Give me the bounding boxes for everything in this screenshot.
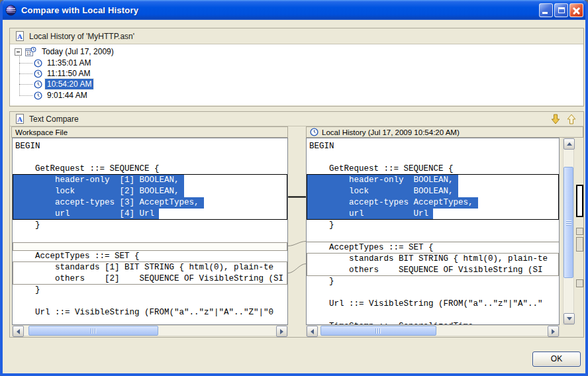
text-compare-panel: A Text Compare Workspace File Local Hist… [9,111,584,338]
compare-dialog-window: Compare with Local History A Local Histo… [0,0,588,376]
local-history-header: A Local History of 'MyHTTP.asn' [10,28,583,44]
svg-text:A: A [17,32,23,40]
code-line: standards BIT STRING { html(0), plain-te [309,254,559,265]
tree-root-item[interactable]: 12 Today (Jul 17, 2009) [15,46,116,57]
minimize-button[interactable] [539,3,553,17]
clock-icon [34,91,42,100]
revision-label: 11:35:01 AM [45,58,93,68]
code-line [15,296,287,307]
vscroll-thumb[interactable] [564,167,573,278]
workspace-file-pane[interactable]: BEGIN GetRequest ::= SEQUENCE { header-o… [12,138,288,325]
local-history-panel: A Local History of 'MyHTTP.asn' 12 [9,28,584,107]
previous-difference-button[interactable] [565,113,577,125]
scroll-right-button[interactable] [276,326,287,337]
overview-marker[interactable] [576,228,583,235]
revision-tree[interactable]: 12 Today (Jul 17, 2009) 11:35:01 AM11:11… [10,44,583,105]
svg-text:12: 12 [26,51,32,56]
code-line [309,287,559,299]
overview-marker[interactable] [576,279,583,287]
diff-empty-box [13,242,287,251]
calendar-clock-icon: 12 [25,47,36,57]
left-triangle-icon [311,329,314,334]
revision-label: 10:54:20 AM [45,79,93,89]
clock-icon [34,80,42,89]
close-button[interactable] [569,3,583,17]
titlebar[interactable]: Compare with Local History [0,0,588,20]
tree-connector-line [19,56,20,96]
code-line: others SEQUENCE OF VisibleString (SI [309,265,559,276]
code-line: Url ::= VisibleString (FROM("a".."z"|"A"… [309,299,559,310]
revision-label: 9:01:44 AM [45,90,89,101]
left-hscroll-thumb[interactable] [28,326,158,336]
revision-item[interactable]: 11:35:01 AM [34,58,93,68]
revision-label: 11:11:50 AM [45,68,93,79]
code-line: BEGIN [15,141,287,152]
right-triangle-icon [552,329,555,334]
code-line: url [4] Url [15,209,287,220]
revision-item[interactable]: 11:11:50 AM [34,68,93,79]
left-horizontal-scrollbar[interactable] [12,325,288,336]
code-line: accept-types AcceptTypes, [309,197,559,209]
code-line: } [309,220,559,231]
scroll-up-button[interactable] [564,138,575,150]
diff-connector-gutter [288,138,306,325]
code-line: url Url [309,209,559,220]
eclipse-sphere-icon [5,5,17,16]
window-title: Compare with Local History [21,5,138,15]
grip-icon [375,328,381,334]
code-line: accept-types [3] AcceptTypes, [15,197,287,209]
right-hscroll-thumb[interactable] [320,326,436,336]
overview-ruler [576,138,584,325]
left-pane-header: Workspace File [11,126,288,138]
code-line: GetRequest ::= SEQUENCE { [309,164,559,175]
code-line: standards [1] BIT STRING { html(0), plai… [15,262,287,273]
right-pane-header: Local History (Jul 17, 2009 10:54:20 AM) [306,126,583,138]
code-line: lock [2] BOOLEAN, [15,186,287,197]
revision-item[interactable]: 10:54:20 AM [34,79,93,89]
down-arrow-icon [551,114,560,124]
left-pane-code: BEGIN GetRequest ::= SEQUENCE { header-o… [15,141,287,318]
code-line [309,231,559,242]
right-pane-title: Local History (Jul 17, 2009 10:54:20 AM) [322,128,460,136]
code-line: GetRequest ::= SEQUENCE { [15,164,287,175]
asn-file-a-icon: A [15,114,24,124]
overview-marker-selected[interactable] [576,185,583,217]
right-pane-code: BEGIN GetRequest ::= SEQUENCE { header-o… [309,141,559,325]
code-line: BEGIN [309,141,559,152]
code-line: header-only [1] BOOLEAN, [15,175,287,186]
code-line [309,152,559,164]
right-horizontal-scrollbar[interactable] [306,325,560,336]
scroll-right-button[interactable] [548,326,559,337]
minimize-icon [542,12,548,14]
text-compare-title: Text Compare [29,115,79,124]
code-line: } [15,220,287,231]
left-pane-title: Workspace File [15,128,68,136]
asn-file-a-icon: A [15,31,24,41]
code-line: Url ::= VisibleString (FROM("a".."z"|"A"… [15,307,287,318]
clock-icon [34,59,42,68]
maximize-button[interactable] [554,3,568,17]
scroll-down-button[interactable] [564,313,575,324]
code-line: others [2] SEQUENCE OF VisibleString (SI [15,273,287,285]
local-history-pane[interactable]: BEGIN GetRequest ::= SEQUENCE { header-o… [306,138,560,325]
left-triangle-icon [17,329,20,334]
code-line [15,152,287,164]
revision-item[interactable]: 9:01:44 AM [34,90,89,101]
tree-root-label: Today (Jul 17, 2009) [40,46,116,57]
grip-icon [566,220,571,226]
scroll-left-button[interactable] [13,326,24,337]
overview-marker[interactable] [576,237,583,252]
ok-button[interactable]: OK [532,352,581,367]
right-triangle-icon [280,329,283,334]
up-arrow-icon [567,114,576,124]
code-line: } [15,285,287,296]
grip-icon [91,328,97,334]
next-difference-button[interactable] [550,113,562,125]
code-line [309,310,559,321]
collapse-expander-icon[interactable] [15,48,22,56]
code-line: lock BOOLEAN, [309,186,559,197]
scroll-left-button[interactable] [307,326,318,337]
code-line: } [309,276,559,287]
clock-icon [34,70,42,78]
vertical-scrollbar[interactable] [563,138,574,325]
